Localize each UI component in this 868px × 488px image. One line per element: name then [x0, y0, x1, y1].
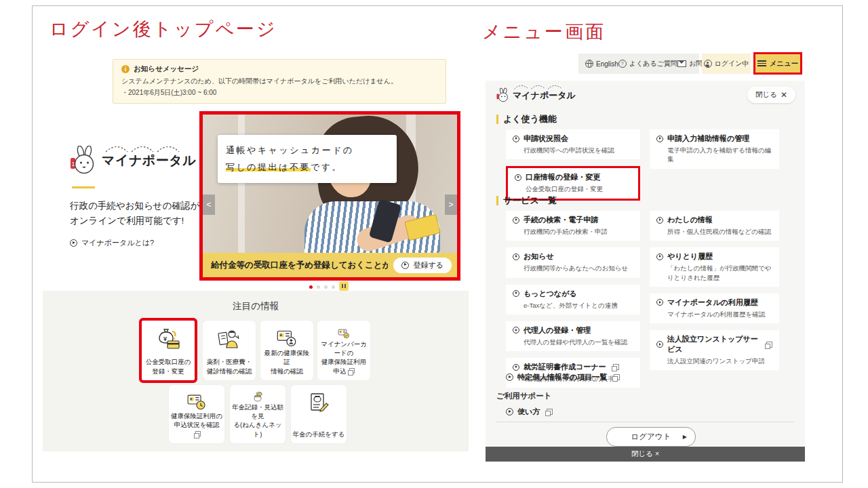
notice-body: システムメンテナンスのため、以下の時間帯はマイナポータルをご利用いただけません。 [121, 77, 437, 86]
featured-title: 注目の情報 [43, 300, 469, 312]
globe-icon [585, 60, 593, 68]
arrow-circle-icon [515, 174, 521, 181]
footer-close-bar[interactable]: 閉じる × [486, 447, 805, 462]
panel-brand: マイナポータル [496, 87, 576, 104]
section-bar [496, 196, 498, 205]
arrow-circle-icon [513, 217, 519, 224]
carousel-dot[interactable] [309, 285, 313, 289]
carousel-prev-button[interactable]: < [203, 195, 215, 215]
carousel-dot[interactable] [332, 285, 335, 289]
carousel-next-button[interactable]: > [445, 195, 457, 215]
arrow-circle-icon [656, 341, 663, 348]
services-section-title: サービス一覧 [496, 195, 557, 207]
about-portal-link[interactable]: マイナポータルとは? [70, 238, 205, 248]
arrow-circle-icon [656, 136, 663, 142]
carousel-banner[interactable]: 給付金等の受取口座を予め登録しておくことができ... 登録する [203, 253, 457, 277]
insurance-card-person-icon [275, 327, 299, 348]
mascot-rabbit-icon [496, 87, 510, 104]
external-link-icon [547, 409, 553, 415]
utility-bar: English ? よくあるご質問 お問い合わせ [578, 54, 699, 74]
brand-arcs-icon [513, 84, 566, 89]
featured-card-pension-procedure[interactable]: 年金の手続をする [291, 385, 347, 443]
menu-item-agent-management[interactable]: 代理人の登録・管理 代理人の登録や代理人の一覧を確認 [506, 321, 640, 351]
close-menu-button[interactable]: 閉じる ✕ [747, 87, 795, 103]
carousel-dot[interactable] [317, 285, 320, 289]
hero-carousel: 通帳やキャッシュカードの 写しの提出は不要です。 < > 給付金等の受取口座を予… [199, 111, 460, 281]
menu-item-my-info[interactable]: わたしの情報 所得・個人住民税の情報などの確認 [650, 211, 779, 241]
arrow-right-icon: ▶ [683, 434, 687, 440]
menu-item-exchange-history[interactable]: やりとり履歴 「わたしの情報」が行政機関間でやりとりされた履歴 [650, 247, 779, 287]
faq-link[interactable]: ? よくあるご質問 [618, 59, 677, 68]
arrow-circle-icon [506, 373, 513, 381]
featured-section: 注目の情報 ¥ 公金受取口座の 登録・変更 [43, 291, 469, 451]
brand-description: 行政の手続やお知らせの確認がオンラインで利用可能です! [70, 199, 203, 228]
carousel-caption: 通帳やキャッシュカードの 写しの提出は不要です。 [218, 135, 397, 183]
menu-item-more-connect[interactable]: もっとつながる e-Taxなど、外部サイトとの連携 [506, 285, 640, 314]
arrow-circle-icon [513, 136, 519, 142]
featured-card-pension-record[interactable]: 年金記録・見込額を見 る(ねんきんネット) [230, 385, 285, 443]
brand-underline [72, 186, 95, 188]
frequent-section-title: よく使う機能 [496, 113, 557, 125]
left-screenshot-title: ログイン後トップページ [50, 17, 277, 41]
banner-text: 給付金等の受取口座を予め登録しておくことができ... [211, 260, 388, 271]
register-button[interactable]: 登録する [393, 258, 452, 273]
specific-personal-info-link[interactable]: 特定個人情報等の項目一覧 [506, 372, 620, 382]
carousel-dot[interactable] [324, 285, 328, 289]
featured-card-medical-info[interactable]: 薬剤・医療費・ 健診情報の確認 [203, 321, 256, 380]
info-icon: i [121, 65, 130, 73]
slide-canvas: ログイン後トップページ メニュー画面 i お知らせメッセージ システムメンテナン… [32, 5, 843, 483]
logout-button[interactable]: ログアウト ▶ [606, 427, 696, 447]
login-status-badge: ログイン中 [702, 54, 751, 74]
arrow-circle-icon [513, 290, 519, 297]
language-link[interactable]: English [585, 60, 618, 68]
arrow-circle-icon [656, 253, 663, 260]
person-documents-icon [217, 327, 241, 350]
menu-item-input-assist[interactable]: 申請入力補助情報の管理 電子申請の入力を補助する情報の編集 [650, 129, 779, 169]
featured-card-bank-account[interactable]: ¥ 公金受取口座の 登録・変更 [139, 318, 197, 383]
menu-item-application-status[interactable]: 申請状況照会 行政機関等への申請状況を確認 [506, 129, 640, 159]
menu-item-notifications[interactable]: お知らせ 行政機関等からあなたへのお知らせ [506, 247, 640, 277]
notice-date: ・2021年6月5日(土)3:00 ~ 6:00 [121, 88, 437, 98]
card-check-icon [332, 327, 356, 340]
notice-title: お知らせメッセージ [134, 64, 199, 74]
menu-panel: マイナポータル 閉じる ✕ よく使う機能 申請状況照会 行政機関等への申請状況を… [486, 81, 805, 447]
arrow-circle-icon [506, 408, 513, 415]
external-link-icon [613, 364, 619, 370]
how-to-use-link[interactable]: 使い方 [506, 407, 553, 417]
featured-card-apply-status[interactable]: 健康保険証利用の 申込状況を確認 [169, 385, 224, 443]
close-icon: ✕ [781, 90, 787, 100]
svg-text:¥: ¥ [163, 336, 167, 342]
carousel-dots [309, 282, 349, 291]
arrow-circle-icon [656, 299, 663, 306]
mascot-rabbit-icon: 1 [70, 146, 98, 176]
money-bag-card-icon: ¥ [156, 327, 180, 350]
carousel-pause-button[interactable] [339, 281, 349, 291]
card-clock-icon [184, 392, 209, 411]
external-link-icon [349, 368, 355, 373]
arrow-circle-icon [70, 239, 77, 247]
section-bar [496, 115, 498, 124]
arrow-circle-icon [513, 364, 519, 371]
featured-card-insurance-apply[interactable]: マイナンバーカードの 健康保険証利用申込 [317, 321, 370, 380]
right-screenshot-title: メニュー画面 [482, 20, 606, 44]
carousel-photo: 通帳やキャッシュカードの 写しの提出は不要です。 < > [203, 115, 457, 253]
hamburger-icon [757, 60, 766, 66]
menu-item-corporate-onestop[interactable]: 法人設立ワンストップサービス 法人設立関連のワンストップ申請 [650, 330, 779, 370]
panel-brand-name: マイナポータル [513, 89, 576, 102]
menu-button[interactable]: メニュー [753, 52, 802, 75]
external-link-icon [195, 431, 201, 436]
menu-item-usage-history[interactable]: マイナポータルの利用履歴 マイナポータルの利用履歴を確認 [650, 293, 779, 323]
divider [496, 422, 794, 422]
arrow-circle-icon [656, 217, 663, 224]
menu-item-procedure-search[interactable]: 手続の検索・電子申請 行政機関の手続の検索・申請 [506, 211, 640, 241]
brand-name: マイナポータル [102, 152, 196, 169]
arrow-circle-icon [401, 262, 409, 269]
mail-icon [677, 60, 686, 67]
arrow-circle-icon [513, 327, 519, 333]
external-link-icon [766, 342, 772, 348]
external-link-icon [614, 374, 620, 380]
purse-money-icon [245, 392, 270, 403]
question-icon: ? [618, 60, 627, 68]
featured-card-insurance-info[interactable]: 最新の健康保険証 情報の確認 [260, 321, 313, 380]
brand-block: 1 マイナポータル 行政の手続やお知らせの確認がオンラインで利用可能です! [70, 146, 205, 248]
